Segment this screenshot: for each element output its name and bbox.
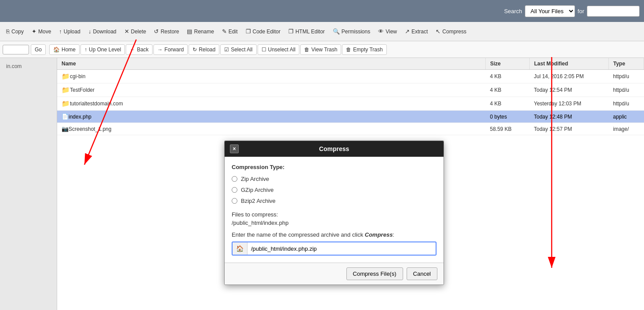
modal-close-button[interactable]: × [230,144,239,153]
archive-name-input[interactable] [247,243,436,255]
upload-button[interactable]: ↑ Upload [55,26,84,37]
reload-icon: ↻ [193,47,197,53]
copy-button[interactable]: ⎘ Copy [3,26,27,37]
edit-button[interactable]: ✎ Edit [218,26,241,37]
files-to-compress-label: Files to compress: [232,211,437,218]
reload-button[interactable]: ↻ Reload [189,44,219,55]
html-editor-icon: ❐ [288,28,294,35]
file-name: index.php [69,114,91,120]
go-button[interactable]: Go [31,44,46,55]
home-icon: 🏠 [53,47,60,53]
folder-icon: 📁 [62,72,70,80]
file-size: 0 bytes [486,111,530,123]
top-bar: Search All Your Files for [0,0,644,22]
delete-button[interactable]: ✕ Delete [121,26,150,37]
sidebar-item[interactable]: in.com [4,61,53,71]
table-row[interactable]: 📁cgi-bin4 KBJul 14, 2016 2:05 PMhttpd/u [57,70,644,83]
path-input[interactable] [3,45,29,54]
file-type: applic [609,111,644,123]
view-button[interactable]: 👁 View [375,26,400,37]
compression-type-label: Compression Type: [232,164,437,170]
file-name-cell: 📁cgi-bin [57,70,486,83]
file-name-cell: 📷Screenshot_1.png [57,123,486,135]
sidebar: in.com [0,58,57,310]
copy-icon: ⎘ [6,28,10,35]
search-select[interactable]: All Your Files [525,5,575,17]
move-button[interactable]: ✦ Move [28,26,55,37]
file-type: httpd/u [609,83,644,97]
bzip2-option[interactable]: Bzip2 Archive [232,198,437,204]
gzip-radio[interactable] [232,187,237,193]
table-row[interactable]: 📁tutorialtestdomain.com4 KBYesterday 12:… [57,97,644,111]
modal-footer: Compress File(s) Cancel [225,263,444,285]
view-trash-button[interactable]: 🗑 View Trash [300,44,341,55]
search-input[interactable] [587,6,640,17]
compress-dialog[interactable]: × Compress Compression Type: Zip Archive… [224,141,444,285]
files-path: /public_html/index.php [232,220,437,226]
back-button[interactable]: ← Back [126,44,153,55]
permissions-button[interactable]: 🔍 Permissions [329,26,374,37]
file-name: TestFolder [70,87,95,93]
bzip2-radio[interactable] [232,198,237,204]
home-button[interactable]: 🏠 Home [49,44,80,55]
back-icon: ← [130,47,135,53]
up-one-level-button[interactable]: ↑ Up One Level [80,44,125,55]
select-all-button[interactable]: ☑ Select All [220,44,256,55]
col-modified: Last Modified [530,58,609,70]
file-modified: Yesterday 12:03 PM [530,97,609,111]
table-row[interactable]: 📄index.php0 bytesToday 12:48 PMapplic [57,111,644,123]
download-icon: ↓ [88,28,91,35]
file-name: tutorialtestdomain.com [70,101,123,107]
download-button[interactable]: ↓ Download [85,26,120,37]
file-name-cell: 📁TestFolder [57,83,486,97]
forward-button[interactable]: → Forward [153,44,188,55]
zip-radio[interactable] [232,176,237,182]
file-name-cell: 📁tutorialtestdomain.com [57,97,486,111]
extract-button[interactable]: ↗ Extract [401,26,431,37]
page-wrapper: Search All Your Files for ⎘ Copy ✦ Move … [0,0,644,310]
table-row[interactable]: 📁TestFolder4 KBToday 12:54 PMhttpd/u [57,83,644,97]
compress-icon: ↖ [436,28,440,35]
search-label: Search [504,8,522,14]
table-row[interactable]: 📷Screenshot_1.png58.59 KBToday 12:57 PMi… [57,123,644,135]
gzip-option[interactable]: GZip Archive [232,187,437,193]
move-icon: ✦ [32,28,36,35]
edit-icon: ✎ [222,28,227,35]
forward-icon: → [157,47,163,53]
empty-trash-icon: 🗑 [346,47,351,53]
php-icon: 📄 [62,113,69,120]
unselect-all-button[interactable]: ☐ Unselect All [258,44,300,55]
unselect-all-icon: ☐ [262,47,266,53]
view-icon: 👁 [378,28,384,35]
modal-header: × Compress [225,141,444,157]
file-modified: Jul 14, 2016 2:05 PM [530,70,609,83]
radio-group: Zip Archive GZip Archive Bzip2 Archive [232,176,437,204]
file-size: 4 KB [486,70,530,83]
up-icon: ↑ [84,47,87,53]
for-label: for [578,8,584,14]
folder-icon: 📁 [62,86,70,94]
file-modified: Today 12:54 PM [530,83,609,97]
rename-button[interactable]: ▤ Rename [183,26,217,37]
html-editor-button[interactable]: ❐ HTML Editor [285,26,328,37]
file-modified: Today 12:57 PM [530,123,609,135]
compress-files-button[interactable]: Compress File(s) [346,267,403,280]
code-editor-icon: ❐ [246,28,251,35]
compress-button[interactable]: ↖ Compress [432,26,470,37]
archive-home-icon: 🏠 [233,242,247,255]
upload-icon: ↑ [59,28,62,35]
modal-title: Compress [319,145,349,152]
modal-body: Compression Type: Zip Archive GZip Archi… [225,157,444,263]
col-size: Size [486,58,530,70]
cancel-button[interactable]: Cancel [407,267,437,280]
extract-icon: ↗ [405,28,410,35]
zip-option[interactable]: Zip Archive [232,176,437,182]
permissions-icon: 🔍 [333,28,340,35]
empty-trash-button[interactable]: 🗑 Empty Trash [342,44,386,55]
restore-button[interactable]: ↺ Restore [150,26,182,37]
col-name: Name [57,58,486,70]
code-editor-button[interactable]: ❐ Code Editor [242,26,284,37]
rename-icon: ▤ [187,28,192,35]
file-size: 58.59 KB [486,123,530,135]
toolbar: ⎘ Copy ✦ Move ↑ Upload ↓ Download ✕ Dele… [0,22,644,41]
